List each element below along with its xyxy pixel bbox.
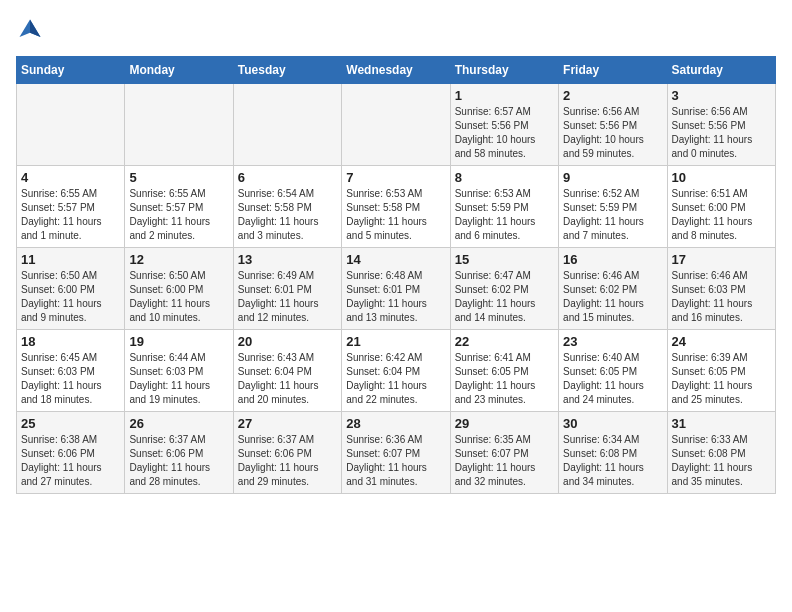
- day-number: 20: [238, 334, 337, 349]
- calendar-cell: 25Sunrise: 6:38 AM Sunset: 6:06 PM Dayli…: [17, 412, 125, 494]
- calendar-cell: 6Sunrise: 6:54 AM Sunset: 5:58 PM Daylig…: [233, 166, 341, 248]
- svg-marker-1: [30, 20, 41, 38]
- weekday-header: Sunday: [17, 57, 125, 84]
- calendar-cell: [342, 84, 450, 166]
- weekday-header: Thursday: [450, 57, 558, 84]
- calendar-cell: 15Sunrise: 6:47 AM Sunset: 6:02 PM Dayli…: [450, 248, 558, 330]
- calendar-cell: 9Sunrise: 6:52 AM Sunset: 5:59 PM Daylig…: [559, 166, 667, 248]
- day-number: 19: [129, 334, 228, 349]
- day-number: 26: [129, 416, 228, 431]
- calendar-cell: 23Sunrise: 6:40 AM Sunset: 6:05 PM Dayli…: [559, 330, 667, 412]
- calendar-cell: 17Sunrise: 6:46 AM Sunset: 6:03 PM Dayli…: [667, 248, 775, 330]
- day-info: Sunrise: 6:39 AM Sunset: 6:05 PM Dayligh…: [672, 351, 771, 407]
- day-info: Sunrise: 6:41 AM Sunset: 6:05 PM Dayligh…: [455, 351, 554, 407]
- day-info: Sunrise: 6:36 AM Sunset: 6:07 PM Dayligh…: [346, 433, 445, 489]
- day-number: 22: [455, 334, 554, 349]
- day-info: Sunrise: 6:57 AM Sunset: 5:56 PM Dayligh…: [455, 105, 554, 161]
- day-number: 5: [129, 170, 228, 185]
- day-number: 24: [672, 334, 771, 349]
- calendar-table: SundayMondayTuesdayWednesdayThursdayFrid…: [16, 56, 776, 494]
- day-info: Sunrise: 6:53 AM Sunset: 5:58 PM Dayligh…: [346, 187, 445, 243]
- calendar-body: 1Sunrise: 6:57 AM Sunset: 5:56 PM Daylig…: [17, 84, 776, 494]
- calendar-cell: 18Sunrise: 6:45 AM Sunset: 6:03 PM Dayli…: [17, 330, 125, 412]
- day-number: 13: [238, 252, 337, 267]
- day-info: Sunrise: 6:46 AM Sunset: 6:03 PM Dayligh…: [672, 269, 771, 325]
- day-info: Sunrise: 6:46 AM Sunset: 6:02 PM Dayligh…: [563, 269, 662, 325]
- day-number: 30: [563, 416, 662, 431]
- day-number: 21: [346, 334, 445, 349]
- day-info: Sunrise: 6:44 AM Sunset: 6:03 PM Dayligh…: [129, 351, 228, 407]
- day-number: 28: [346, 416, 445, 431]
- day-number: 12: [129, 252, 228, 267]
- calendar-cell: 10Sunrise: 6:51 AM Sunset: 6:00 PM Dayli…: [667, 166, 775, 248]
- weekday-header: Wednesday: [342, 57, 450, 84]
- calendar-week-row: 25Sunrise: 6:38 AM Sunset: 6:06 PM Dayli…: [17, 412, 776, 494]
- day-number: 6: [238, 170, 337, 185]
- calendar-cell: 22Sunrise: 6:41 AM Sunset: 6:05 PM Dayli…: [450, 330, 558, 412]
- logo: [16, 16, 46, 44]
- day-number: 8: [455, 170, 554, 185]
- day-number: 23: [563, 334, 662, 349]
- day-number: 11: [21, 252, 120, 267]
- day-info: Sunrise: 6:43 AM Sunset: 6:04 PM Dayligh…: [238, 351, 337, 407]
- day-number: 3: [672, 88, 771, 103]
- calendar-cell: [17, 84, 125, 166]
- day-info: Sunrise: 6:47 AM Sunset: 6:02 PM Dayligh…: [455, 269, 554, 325]
- day-number: 1: [455, 88, 554, 103]
- calendar-cell: 26Sunrise: 6:37 AM Sunset: 6:06 PM Dayli…: [125, 412, 233, 494]
- calendar-header: SundayMondayTuesdayWednesdayThursdayFrid…: [17, 57, 776, 84]
- calendar-cell: 2Sunrise: 6:56 AM Sunset: 5:56 PM Daylig…: [559, 84, 667, 166]
- day-number: 18: [21, 334, 120, 349]
- day-info: Sunrise: 6:34 AM Sunset: 6:08 PM Dayligh…: [563, 433, 662, 489]
- day-info: Sunrise: 6:37 AM Sunset: 6:06 PM Dayligh…: [238, 433, 337, 489]
- calendar-cell: 24Sunrise: 6:39 AM Sunset: 6:05 PM Dayli…: [667, 330, 775, 412]
- calendar-cell: 16Sunrise: 6:46 AM Sunset: 6:02 PM Dayli…: [559, 248, 667, 330]
- calendar-cell: 30Sunrise: 6:34 AM Sunset: 6:08 PM Dayli…: [559, 412, 667, 494]
- day-info: Sunrise: 6:35 AM Sunset: 6:07 PM Dayligh…: [455, 433, 554, 489]
- calendar-cell: [125, 84, 233, 166]
- day-info: Sunrise: 6:51 AM Sunset: 6:00 PM Dayligh…: [672, 187, 771, 243]
- day-number: 9: [563, 170, 662, 185]
- page-header: [16, 16, 776, 44]
- day-number: 7: [346, 170, 445, 185]
- day-number: 2: [563, 88, 662, 103]
- calendar-week-row: 18Sunrise: 6:45 AM Sunset: 6:03 PM Dayli…: [17, 330, 776, 412]
- calendar-cell: 21Sunrise: 6:42 AM Sunset: 6:04 PM Dayli…: [342, 330, 450, 412]
- day-number: 14: [346, 252, 445, 267]
- weekday-header: Saturday: [667, 57, 775, 84]
- calendar-cell: 7Sunrise: 6:53 AM Sunset: 5:58 PM Daylig…: [342, 166, 450, 248]
- calendar-week-row: 1Sunrise: 6:57 AM Sunset: 5:56 PM Daylig…: [17, 84, 776, 166]
- day-info: Sunrise: 6:37 AM Sunset: 6:06 PM Dayligh…: [129, 433, 228, 489]
- day-number: 29: [455, 416, 554, 431]
- day-info: Sunrise: 6:50 AM Sunset: 6:00 PM Dayligh…: [21, 269, 120, 325]
- day-number: 17: [672, 252, 771, 267]
- day-number: 10: [672, 170, 771, 185]
- calendar-cell: 1Sunrise: 6:57 AM Sunset: 5:56 PM Daylig…: [450, 84, 558, 166]
- day-info: Sunrise: 6:54 AM Sunset: 5:58 PM Dayligh…: [238, 187, 337, 243]
- weekday-header-row: SundayMondayTuesdayWednesdayThursdayFrid…: [17, 57, 776, 84]
- calendar-cell: 4Sunrise: 6:55 AM Sunset: 5:57 PM Daylig…: [17, 166, 125, 248]
- day-info: Sunrise: 6:50 AM Sunset: 6:00 PM Dayligh…: [129, 269, 228, 325]
- day-info: Sunrise: 6:55 AM Sunset: 5:57 PM Dayligh…: [21, 187, 120, 243]
- calendar-cell: 3Sunrise: 6:56 AM Sunset: 5:56 PM Daylig…: [667, 84, 775, 166]
- calendar-cell: 5Sunrise: 6:55 AM Sunset: 5:57 PM Daylig…: [125, 166, 233, 248]
- day-number: 27: [238, 416, 337, 431]
- day-info: Sunrise: 6:38 AM Sunset: 6:06 PM Dayligh…: [21, 433, 120, 489]
- day-info: Sunrise: 6:48 AM Sunset: 6:01 PM Dayligh…: [346, 269, 445, 325]
- day-info: Sunrise: 6:56 AM Sunset: 5:56 PM Dayligh…: [672, 105, 771, 161]
- calendar-cell: 29Sunrise: 6:35 AM Sunset: 6:07 PM Dayli…: [450, 412, 558, 494]
- calendar-cell: 12Sunrise: 6:50 AM Sunset: 6:00 PM Dayli…: [125, 248, 233, 330]
- day-info: Sunrise: 6:56 AM Sunset: 5:56 PM Dayligh…: [563, 105, 662, 161]
- day-info: Sunrise: 6:52 AM Sunset: 5:59 PM Dayligh…: [563, 187, 662, 243]
- logo-icon: [16, 16, 44, 44]
- calendar-week-row: 11Sunrise: 6:50 AM Sunset: 6:00 PM Dayli…: [17, 248, 776, 330]
- day-info: Sunrise: 6:49 AM Sunset: 6:01 PM Dayligh…: [238, 269, 337, 325]
- day-info: Sunrise: 6:42 AM Sunset: 6:04 PM Dayligh…: [346, 351, 445, 407]
- weekday-header: Tuesday: [233, 57, 341, 84]
- day-info: Sunrise: 6:33 AM Sunset: 6:08 PM Dayligh…: [672, 433, 771, 489]
- day-info: Sunrise: 6:55 AM Sunset: 5:57 PM Dayligh…: [129, 187, 228, 243]
- calendar-cell: [233, 84, 341, 166]
- day-number: 25: [21, 416, 120, 431]
- day-number: 4: [21, 170, 120, 185]
- day-number: 31: [672, 416, 771, 431]
